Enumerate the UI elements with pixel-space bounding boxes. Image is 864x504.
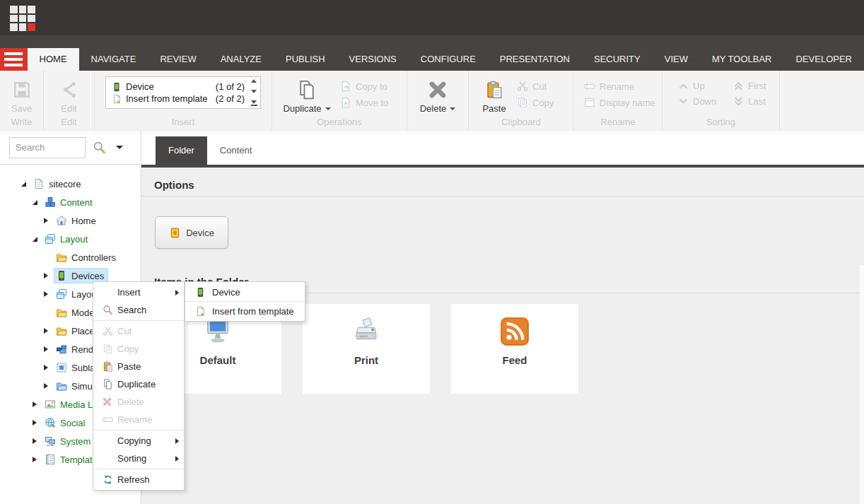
ribbon-group-operations: Duplicate Copy to Move to Operations <box>272 71 407 130</box>
tree-item-layout[interactable]: Layout <box>0 230 141 248</box>
tree-item-home[interactable]: Home <box>0 211 141 230</box>
insert-option-from-template[interactable]: Insert from template (2 of 2) <box>112 93 245 104</box>
hamburger-menu-button[interactable] <box>0 48 28 71</box>
menu-item-cut[interactable]: Cut <box>93 322 184 340</box>
copy-icon <box>517 97 528 108</box>
expand-icon[interactable] <box>33 420 43 426</box>
tab-versions[interactable]: VERSIONS <box>337 48 409 71</box>
cut-button[interactable]: Cut <box>517 81 554 92</box>
tree-item-controllers[interactable]: Controllers <box>0 248 141 266</box>
duplicate-button[interactable]: Duplicate <box>279 76 334 114</box>
move-to-icon <box>340 97 351 108</box>
tab-navigate[interactable]: NAVIGATE <box>79 48 148 71</box>
sort-last-button[interactable]: Last <box>733 96 766 107</box>
paste-button[interactable]: Paste <box>476 76 513 114</box>
display-name-button[interactable]: Display name <box>584 97 655 108</box>
menu-item-copying[interactable]: Copying <box>93 432 184 450</box>
expand-icon[interactable] <box>33 402 43 407</box>
tab-review[interactable]: REVIEW <box>148 48 208 71</box>
submenu-item-device[interactable]: Device <box>185 283 305 301</box>
double-chevron-down-icon <box>733 96 744 107</box>
submenu-arrow-icon <box>175 438 179 444</box>
rename-icon <box>103 414 117 425</box>
submenu-arrow-icon <box>175 456 179 462</box>
submenu-item-insert-from-template[interactable]: Insert from template <box>185 302 305 320</box>
home-icon <box>56 215 67 226</box>
expand-icon[interactable] <box>44 291 54 297</box>
scroll-down-icon[interactable] <box>251 90 257 93</box>
new-device-button[interactable]: Device <box>155 216 228 249</box>
options-heading: Options <box>154 179 864 191</box>
search-button[interactable] <box>91 139 107 156</box>
logo-square <box>19 15 27 23</box>
menu-item-sorting[interactable]: Sorting <box>93 450 184 467</box>
menu-item-copy[interactable]: Copy <box>93 340 184 358</box>
insert-option-device[interactable]: Device (1 of 2) <box>112 81 245 92</box>
menu-item-insert[interactable]: Insert <box>93 283 184 301</box>
cut-icon <box>517 81 528 92</box>
search-options-dropdown-icon[interactable] <box>116 146 123 149</box>
expand-icon[interactable] <box>33 457 43 462</box>
expand-icon[interactable] <box>44 383 54 389</box>
rename-button[interactable]: Rename <box>584 81 655 92</box>
item-feed[interactable]: Feed <box>451 304 578 394</box>
move-to-button[interactable]: Move to <box>340 97 388 108</box>
tree-item-sitecore[interactable]: sitecore <box>0 175 141 193</box>
rss-icon <box>501 304 529 348</box>
printer-icon <box>350 304 383 348</box>
tab-configure[interactable]: CONFIGURE <box>409 48 488 71</box>
expand-icon[interactable] <box>44 273 54 279</box>
copy-button[interactable]: Copy <box>517 97 554 108</box>
expand-icon[interactable] <box>44 346 54 352</box>
tab-folder[interactable]: Folder <box>156 136 207 165</box>
tab-view[interactable]: VIEW <box>653 48 700 71</box>
scrollbar[interactable] <box>860 265 864 504</box>
tab-presentation[interactable]: PRESENTATION <box>488 48 582 71</box>
sort-down-button[interactable]: Down <box>678 96 716 107</box>
sort-first-button[interactable]: First <box>733 81 766 91</box>
delete-button[interactable]: Delete <box>415 76 460 114</box>
edit-button[interactable]: Edit <box>51 76 87 114</box>
tab-home[interactable]: HOME <box>28 48 79 71</box>
search-input[interactable] <box>9 137 86 158</box>
scroll-end-icon[interactable] <box>251 100 257 106</box>
tab-publish[interactable]: PUBLISH <box>274 48 337 71</box>
menu-item-delete[interactable]: Delete <box>93 393 184 411</box>
duplicate-dropdown-icon[interactable] <box>325 107 331 110</box>
tab-content[interactable]: Content <box>207 136 265 165</box>
tab-analyze[interactable]: ANALYZE <box>209 48 274 71</box>
save-button[interactable]: Save <box>7 76 36 114</box>
expand-icon[interactable] <box>44 218 54 223</box>
logo-square <box>19 6 27 13</box>
menu-item-duplicate[interactable]: Duplicate <box>93 375 184 393</box>
group-label-operations: Operations <box>272 117 407 127</box>
copy-to-button[interactable]: Copy to <box>340 81 388 92</box>
delete-dropdown-icon[interactable] <box>450 107 455 110</box>
tab-my-toolbar[interactable]: MY TOOLBAR <box>700 48 784 71</box>
copy-icon <box>103 344 117 354</box>
options-section-header: Options <box>141 179 864 197</box>
ribbon-group-insert: Device (1 of 2) Insert from template (2 … <box>95 71 272 130</box>
item-print[interactable]: Print <box>303 304 430 394</box>
menu-item-paste[interactable]: Paste <box>93 358 184 375</box>
document-icon <box>33 178 45 189</box>
group-label-write: Write <box>0 117 43 127</box>
tree-item-content[interactable]: Content <box>0 193 141 211</box>
sitecore-logo[interactable] <box>10 6 35 31</box>
menu-item-rename[interactable]: Rename <box>93 411 184 428</box>
expand-icon[interactable] <box>33 200 43 205</box>
menu-separator <box>93 430 184 430</box>
group-label-rename: Rename <box>574 117 662 127</box>
tab-developer[interactable]: DEVELOPER <box>784 48 864 71</box>
expand-icon[interactable] <box>44 328 54 334</box>
tab-security[interactable]: SECURITY <box>582 48 653 71</box>
expand-icon[interactable] <box>33 237 43 242</box>
expand-icon[interactable] <box>44 365 54 370</box>
menu-item-search[interactable]: Search <box>93 301 184 319</box>
expand-icon[interactable] <box>33 438 43 444</box>
scroll-up-icon[interactable] <box>251 79 257 83</box>
expand-icon[interactable] <box>21 182 32 187</box>
menu-item-refresh[interactable]: Refresh <box>93 471 184 488</box>
folder-icon <box>56 252 67 263</box>
sort-up-button[interactable]: Up <box>678 81 716 91</box>
